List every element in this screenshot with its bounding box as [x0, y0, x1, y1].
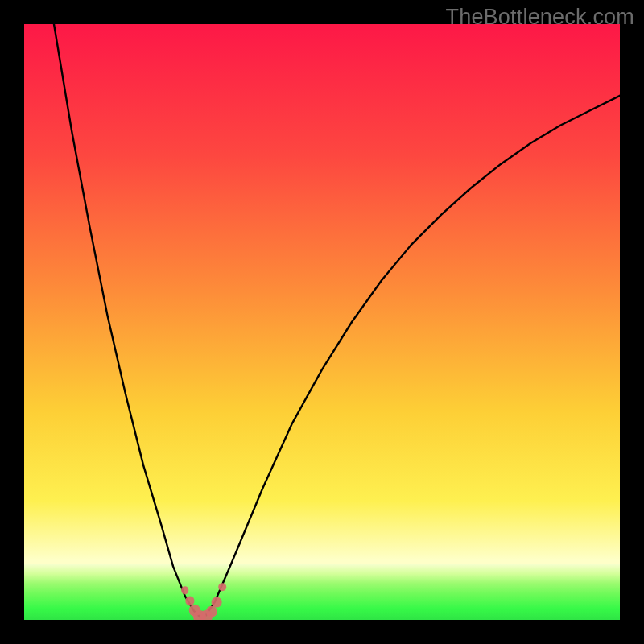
bottleneck-curve — [24, 24, 620, 620]
trough-marker — [219, 584, 227, 592]
plot-area — [24, 24, 620, 620]
trough-marker — [212, 597, 222, 607]
chart-frame: TheBottleneck.com — [0, 0, 644, 644]
trough-marker — [181, 586, 189, 594]
curve-right-arm — [203, 96, 620, 620]
curve-left-arm — [54, 24, 203, 620]
